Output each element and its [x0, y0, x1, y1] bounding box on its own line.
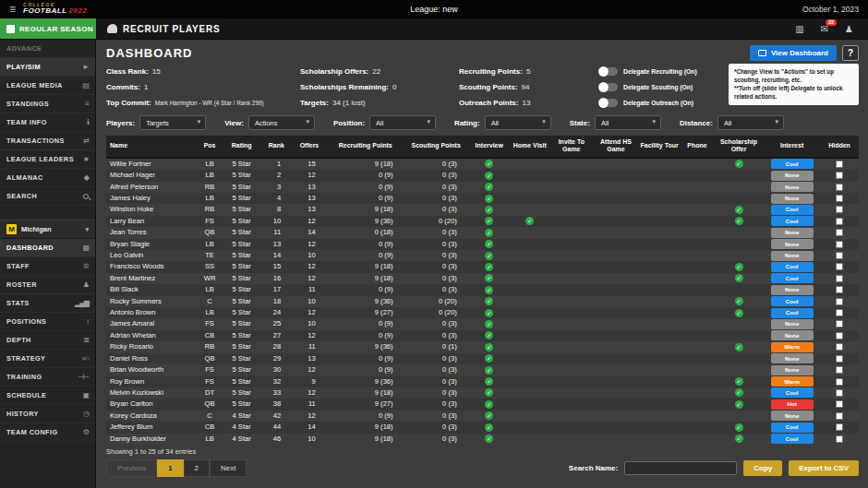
table-row[interactable]: Ricky Rosario RB 5 Star 28 11 9 (36) 0 (…	[106, 341, 859, 352]
hidden-checkbox[interactable]	[836, 298, 843, 305]
help-button[interactable]: ?	[842, 45, 859, 61]
col-scholarship-offer[interactable]: Scholarship Offer	[714, 136, 764, 158]
cell-name[interactable]: Adrian Whelan	[106, 330, 197, 341]
interest-button[interactable]: None	[771, 194, 814, 204]
cell-name[interactable]: James Amaral	[106, 318, 197, 329]
sidebar-item[interactable]: ALMANAC ◆	[0, 169, 95, 187]
table-row[interactable]: Francisco Woods SS 5 Star 15 12 9 (18) 0…	[106, 261, 859, 272]
col-pos[interactable]: Pos	[197, 136, 222, 158]
sidebar-item[interactable]: SEARCH	[0, 187, 95, 206]
table-row[interactable]: James Amaral FS 5 Star 25 10 0 (9) 0 (3)…	[106, 318, 859, 329]
cell-name[interactable]: Melvin Kozlowski	[106, 387, 197, 399]
cell-name[interactable]: Francisco Woods	[106, 261, 197, 272]
col-recruiting-points[interactable]: Recruiting Points	[327, 136, 404, 158]
stats-icon[interactable]: ▥	[795, 24, 803, 34]
cell-name[interactable]: Ricky Rosario	[106, 341, 197, 352]
sidebar-item[interactable]: DEPTH ≣	[0, 331, 95, 350]
cell-name[interactable]: Bryan Carlton	[106, 399, 197, 410]
sidebar-item[interactable]: ADVANCE	[0, 40, 95, 58]
hidden-checkbox[interactable]	[836, 320, 843, 327]
table-row[interactable]: Bryan Carlton QB 5 Star 38 11 9 (27) 0 (…	[106, 399, 859, 410]
table-row[interactable]: Winston Hoke RB 5 Star 8 13 9 (18) 0 (3)…	[106, 204, 859, 215]
copy-button[interactable]: Copy	[743, 460, 782, 476]
table-row[interactable]: Roy Brown FS 5 Star 32 9 9 (36) 0 (3) ✓ …	[106, 376, 859, 387]
interest-button[interactable]: None	[771, 353, 814, 363]
table-row[interactable]: Jean Torres QB 5 Star 11 14 0 (18) 0 (3)…	[106, 227, 859, 238]
sidebar-item[interactable]: TEAM INFO ℹ	[0, 113, 95, 132]
cell-name[interactable]: Bryan Slagle	[106, 239, 197, 250]
cell-name[interactable]: Jefferey Blum	[106, 422, 197, 433]
page-button[interactable]: Next	[210, 459, 247, 477]
table-row[interactable]: Melvin Kozlowski DT 5 Star 33 12 9 (18) …	[106, 387, 859, 399]
cell-name[interactable]: Willie Fortner	[106, 158, 197, 170]
sidebar-item[interactable]: STANDINGS ≡	[0, 95, 95, 113]
cell-name[interactable]: Alfred Peterson	[106, 182, 197, 193]
interest-button[interactable]: None	[771, 171, 814, 181]
interest-button[interactable]: None	[771, 319, 814, 329]
cell-name[interactable]: Danny Burkholder	[106, 434, 197, 445]
page-button[interactable]: 2	[184, 459, 210, 477]
cell-name[interactable]: Brent Martinez	[106, 273, 197, 284]
sidebar-item[interactable]: PLAY/SIM ►	[0, 58, 95, 77]
filter-select[interactable]: Actions	[248, 115, 315, 130]
cell-name[interactable]: Antonio Brown	[106, 307, 197, 318]
hidden-checkbox[interactable]	[836, 275, 843, 282]
hidden-checkbox[interactable]	[836, 241, 843, 248]
hidden-checkbox[interactable]	[836, 400, 843, 408]
cell-name[interactable]: Brian Woodworth	[106, 364, 197, 375]
col-phone[interactable]: Phone	[681, 136, 714, 158]
cell-name[interactable]: Larry Bean	[106, 216, 197, 227]
interest-button[interactable]: None	[771, 251, 814, 261]
interest-button[interactable]: Warm	[771, 376, 814, 387]
interest-button[interactable]: None	[771, 365, 814, 375]
table-row[interactable]: Alfred Peterson RB 5 Star 3 13 0 (9) 0 (…	[106, 182, 859, 193]
sidebar-item[interactable]: LEAGUE MEDIA ▤	[0, 77, 95, 95]
interest-button[interactable]: None	[771, 285, 814, 295]
hidden-checkbox[interactable]	[836, 206, 843, 213]
hidden-checkbox[interactable]	[836, 195, 843, 202]
interest-button[interactable]: Cool	[771, 387, 814, 398]
sidebar-item[interactable]: POSITIONS ↕	[0, 313, 95, 331]
interest-button[interactable]: Cool	[771, 205, 814, 215]
col-rank[interactable]: Rank	[261, 136, 293, 158]
cell-name[interactable]: Roy Brown	[106, 376, 197, 387]
cell-name[interactable]: James Haley	[106, 193, 197, 204]
export-csv-button[interactable]: Export to CSV	[789, 460, 859, 476]
cell-name[interactable]: Jean Torres	[106, 227, 197, 238]
hidden-checkbox[interactable]	[836, 252, 843, 259]
cell-name[interactable]: Michael Hager	[106, 170, 197, 181]
table-row[interactable]: Daniel Ross QB 5 Star 29 13 0 (9) 0 (3) …	[106, 353, 859, 364]
hidden-checkbox[interactable]	[836, 332, 843, 339]
col-interest[interactable]: Interest	[764, 136, 820, 158]
hidden-checkbox[interactable]	[836, 366, 843, 374]
sidebar-item[interactable]: SCHEDULE ▣	[0, 387, 95, 405]
interest-button[interactable]: Hot	[771, 399, 814, 410]
interest-button[interactable]: None	[771, 411, 814, 421]
hidden-checkbox[interactable]	[836, 218, 843, 225]
col-scouting-points[interactable]: Scouting Points	[404, 136, 468, 158]
hidden-checkbox[interactable]	[836, 343, 843, 351]
table-row[interactable]: Danny Burkholder LB 4 Star 46 10 9 (18) …	[106, 434, 859, 445]
cell-name[interactable]: Korey Cardoza	[106, 411, 197, 422]
hidden-checkbox[interactable]	[836, 309, 843, 316]
interest-button[interactable]: Cool	[771, 273, 814, 283]
toggle-switch[interactable]	[599, 67, 618, 76]
cell-name[interactable]: Bill Slack	[106, 284, 197, 295]
toggle-switch[interactable]	[599, 83, 618, 91]
filter-select[interactable]: All	[717, 115, 784, 130]
hidden-checkbox[interactable]	[836, 161, 843, 168]
hidden-checkbox[interactable]	[836, 389, 843, 397]
hidden-checkbox[interactable]	[836, 286, 843, 293]
interest-button[interactable]: None	[771, 228, 814, 238]
toggle-switch[interactable]	[599, 99, 618, 107]
table-row[interactable]: Leo Galvin TE 5 Star 14 10 0 (9) 0 (3) ✓…	[106, 250, 859, 261]
hidden-checkbox[interactable]	[836, 355, 843, 363]
interest-button[interactable]: Cool	[771, 423, 814, 433]
col-offers[interactable]: Offers	[292, 136, 327, 158]
interest-button[interactable]: Cool	[771, 296, 814, 306]
interest-button[interactable]: Warm	[771, 342, 814, 352]
interest-button[interactable]: None	[771, 239, 814, 249]
filter-select[interactable]: All	[485, 115, 551, 130]
hidden-checkbox[interactable]	[836, 172, 843, 179]
filter-select[interactable]: All	[369, 115, 436, 130]
